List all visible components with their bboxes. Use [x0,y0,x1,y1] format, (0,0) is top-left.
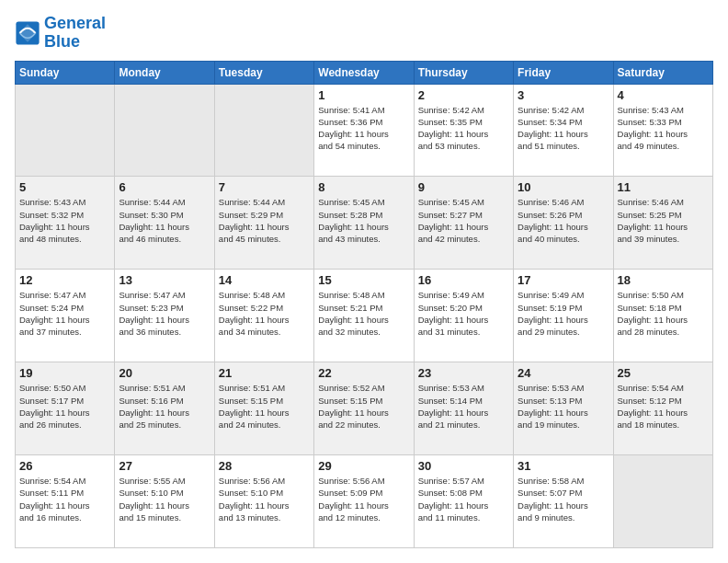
calendar-cell: 16Sunrise: 5:49 AM Sunset: 5:20 PM Dayli… [414,270,513,362]
day-info: Sunrise: 5:44 AM Sunset: 5:30 PM Dayligh… [119,196,210,245]
calendar-cell: 13Sunrise: 5:47 AM Sunset: 5:23 PM Dayli… [115,270,214,362]
day-info: Sunrise: 5:53 AM Sunset: 5:14 PM Dayligh… [418,382,509,431]
calendar-cell: 21Sunrise: 5:51 AM Sunset: 5:15 PM Dayli… [214,362,313,455]
calendar-cell: 9Sunrise: 5:45 AM Sunset: 5:27 PM Daylig… [414,177,513,270]
calendar-table: SundayMondayTuesdayWednesdayThursdayFrid… [15,61,713,548]
weekday-header-sunday: Sunday [16,61,115,84]
day-info: Sunrise: 5:46 AM Sunset: 5:25 PM Dayligh… [618,196,709,245]
calendar-cell: 22Sunrise: 5:52 AM Sunset: 5:15 PM Dayli… [314,362,414,455]
day-info: Sunrise: 5:48 AM Sunset: 5:21 PM Dayligh… [318,289,409,338]
weekday-header-tuesday: Tuesday [214,61,313,84]
calendar-week-row: 12Sunrise: 5:47 AM Sunset: 5:24 PM Dayli… [16,270,713,362]
day-number: 2 [418,88,509,102]
calendar-cell: 27Sunrise: 5:55 AM Sunset: 5:10 PM Dayli… [115,455,214,548]
calendar-cell [16,84,115,177]
logo: General Blue [15,15,106,52]
day-info: Sunrise: 5:43 AM Sunset: 5:33 PM Dayligh… [618,104,709,153]
day-number: 18 [618,273,709,287]
day-info: Sunrise: 5:54 AM Sunset: 5:11 PM Dayligh… [19,475,110,523]
day-info: Sunrise: 5:57 AM Sunset: 5:08 PM Dayligh… [418,475,509,523]
day-info: Sunrise: 5:41 AM Sunset: 5:36 PM Dayligh… [318,104,409,153]
calendar-cell: 7Sunrise: 5:44 AM Sunset: 5:29 PM Daylig… [214,177,313,270]
day-info: Sunrise: 5:47 AM Sunset: 5:24 PM Dayligh… [19,289,110,338]
day-number: 30 [418,459,509,473]
day-number: 23 [418,366,509,380]
calendar-cell [115,84,214,177]
day-info: Sunrise: 5:48 AM Sunset: 5:22 PM Dayligh… [219,289,310,338]
day-info: Sunrise: 5:45 AM Sunset: 5:27 PM Dayligh… [418,196,509,245]
calendar-cell: 5Sunrise: 5:43 AM Sunset: 5:32 PM Daylig… [16,177,115,270]
day-number: 6 [119,180,210,194]
day-number: 14 [219,273,310,287]
calendar-cell: 15Sunrise: 5:48 AM Sunset: 5:21 PM Dayli… [314,270,414,362]
day-info: Sunrise: 5:49 AM Sunset: 5:19 PM Dayligh… [518,289,609,338]
day-info: Sunrise: 5:54 AM Sunset: 5:12 PM Dayligh… [618,382,709,431]
weekday-header-saturday: Saturday [613,61,712,84]
logo-line1: General [44,15,106,33]
day-number: 1 [318,88,409,102]
day-info: Sunrise: 5:58 AM Sunset: 5:07 PM Dayligh… [518,475,609,523]
day-number: 7 [219,180,310,194]
calendar-cell: 2Sunrise: 5:42 AM Sunset: 5:35 PM Daylig… [414,84,513,177]
day-info: Sunrise: 5:50 AM Sunset: 5:17 PM Dayligh… [19,382,110,431]
day-number: 13 [119,273,210,287]
calendar-cell: 29Sunrise: 5:56 AM Sunset: 5:09 PM Dayli… [314,455,414,548]
calendar-cell: 25Sunrise: 5:54 AM Sunset: 5:12 PM Dayli… [613,362,712,455]
calendar-cell: 14Sunrise: 5:48 AM Sunset: 5:22 PM Dayli… [214,270,313,362]
day-info: Sunrise: 5:52 AM Sunset: 5:15 PM Dayligh… [318,382,409,431]
day-info: Sunrise: 5:53 AM Sunset: 5:13 PM Dayligh… [518,382,609,431]
day-number: 9 [418,180,509,194]
calendar-week-row: 5Sunrise: 5:43 AM Sunset: 5:32 PM Daylig… [16,177,713,270]
day-number: 25 [618,366,709,380]
day-info: Sunrise: 5:42 AM Sunset: 5:35 PM Dayligh… [418,104,509,153]
day-number: 28 [219,459,310,473]
day-number: 22 [318,366,409,380]
calendar-cell: 30Sunrise: 5:57 AM Sunset: 5:08 PM Dayli… [414,455,513,548]
calendar-week-row: 1Sunrise: 5:41 AM Sunset: 5:36 PM Daylig… [16,84,713,177]
calendar-cell: 11Sunrise: 5:46 AM Sunset: 5:25 PM Dayli… [613,177,712,270]
calendar-week-row: 19Sunrise: 5:50 AM Sunset: 5:17 PM Dayli… [16,362,713,455]
day-number: 16 [418,273,509,287]
day-number: 26 [19,459,110,473]
day-info: Sunrise: 5:51 AM Sunset: 5:15 PM Dayligh… [219,382,310,431]
day-number: 29 [318,459,409,473]
calendar-cell: 28Sunrise: 5:56 AM Sunset: 5:10 PM Dayli… [214,455,313,548]
calendar-cell: 31Sunrise: 5:58 AM Sunset: 5:07 PM Dayli… [514,455,613,548]
day-info: Sunrise: 5:55 AM Sunset: 5:10 PM Dayligh… [119,475,210,523]
day-info: Sunrise: 5:51 AM Sunset: 5:16 PM Dayligh… [119,382,210,431]
day-number: 15 [318,273,409,287]
calendar-cell: 20Sunrise: 5:51 AM Sunset: 5:16 PM Dayli… [115,362,214,455]
day-number: 21 [219,366,310,380]
day-number: 20 [119,366,210,380]
calendar-cell: 24Sunrise: 5:53 AM Sunset: 5:13 PM Dayli… [514,362,613,455]
day-number: 27 [119,459,210,473]
day-number: 5 [19,180,110,194]
day-info: Sunrise: 5:56 AM Sunset: 5:09 PM Dayligh… [318,475,409,523]
calendar-cell: 26Sunrise: 5:54 AM Sunset: 5:11 PM Dayli… [16,455,115,548]
day-info: Sunrise: 5:47 AM Sunset: 5:23 PM Dayligh… [119,289,210,338]
weekday-header-friday: Friday [514,61,613,84]
calendar-cell: 17Sunrise: 5:49 AM Sunset: 5:19 PM Dayli… [514,270,613,362]
calendar-cell [613,455,712,548]
calendar-cell: 23Sunrise: 5:53 AM Sunset: 5:14 PM Dayli… [414,362,513,455]
day-info: Sunrise: 5:50 AM Sunset: 5:18 PM Dayligh… [618,289,709,338]
day-number: 10 [518,180,609,194]
day-info: Sunrise: 5:42 AM Sunset: 5:34 PM Dayligh… [518,104,609,153]
calendar-cell: 1Sunrise: 5:41 AM Sunset: 5:36 PM Daylig… [314,84,414,177]
day-number: 4 [618,88,709,102]
logo-line2: Blue [44,33,106,52]
calendar-cell: 12Sunrise: 5:47 AM Sunset: 5:24 PM Dayli… [16,270,115,362]
calendar-cell: 8Sunrise: 5:45 AM Sunset: 5:28 PM Daylig… [314,177,414,270]
day-info: Sunrise: 5:44 AM Sunset: 5:29 PM Dayligh… [219,196,310,245]
header: General Blue [15,15,713,52]
day-number: 17 [518,273,609,287]
day-info: Sunrise: 5:49 AM Sunset: 5:20 PM Dayligh… [418,289,509,338]
day-number: 12 [19,273,110,287]
day-number: 8 [318,180,409,194]
calendar-cell: 10Sunrise: 5:46 AM Sunset: 5:26 PM Dayli… [514,177,613,270]
weekday-header-monday: Monday [115,61,214,84]
day-number: 3 [518,88,609,102]
weekday-header-row: SundayMondayTuesdayWednesdayThursdayFrid… [16,61,713,84]
day-info: Sunrise: 5:56 AM Sunset: 5:10 PM Dayligh… [219,475,310,523]
calendar-cell: 19Sunrise: 5:50 AM Sunset: 5:17 PM Dayli… [16,362,115,455]
